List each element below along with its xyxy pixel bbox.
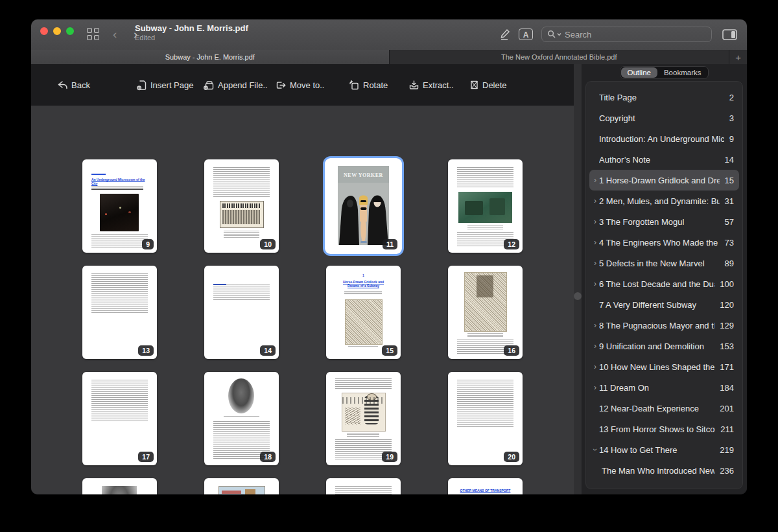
tab-bar: Subway - John E. Morris.pdf The New Oxfo… — [31, 50, 747, 64]
chevron-right-icon[interactable]: › — [592, 383, 598, 392]
page-thumbnail-12[interactable]: 12 — [448, 159, 523, 253]
new-tab-button[interactable]: + — [729, 50, 747, 64]
outline-item[interactable]: › 10 How New Lines Shaped the City 171 — [589, 356, 739, 377]
delete-button[interactable]: Delete — [469, 64, 507, 106]
outline-item[interactable]: › 8 The Pugnacious Mayor and the... 129 — [589, 315, 739, 336]
chevron-right-icon[interactable]: › — [592, 196, 598, 205]
thumb-bold-lines — [344, 292, 382, 295]
chevron-down-icon[interactable]: › — [591, 446, 600, 453]
page-badge: 15 — [382, 345, 397, 356]
divider-drag-handle[interactable] — [574, 292, 582, 300]
text-recognition-icon[interactable]: A — [519, 29, 533, 40]
move-to-icon — [276, 80, 287, 90]
outline-item-clipped[interactable]: 15 Literature Goes Underground 252 — [589, 481, 739, 489]
tab-subway-pdf[interactable]: Subway - John E. Morris.pdf — [31, 50, 389, 64]
tab-outline[interactable]: Outline — [621, 67, 657, 78]
minimize-button[interactable] — [53, 27, 61, 35]
chevron-right-icon[interactable]: › — [592, 279, 598, 288]
chevron-right-icon[interactable]: › — [592, 238, 598, 247]
outline-item[interactable]: › 14 How to Get There 219 — [589, 439, 739, 460]
annotate-pencil-icon[interactable] — [497, 28, 511, 43]
panel-divider[interactable] — [574, 64, 582, 494]
page-thumbnail-10[interactable]: 10 — [204, 159, 279, 253]
outline-item[interactable]: Introduction: An Underground Mic... 9 — [589, 128, 739, 149]
page-thumbnail-14[interactable]: 14 — [204, 266, 279, 359]
page-edit-toolbar: Back Insert Page Append File.. — [31, 64, 574, 106]
extract-button[interactable]: Extract.. — [408, 64, 454, 106]
outline-sidebar: Outline Bookmarks Title Page 2 Copyright… — [582, 64, 747, 494]
sidebar-toggle-icon[interactable] — [722, 29, 737, 43]
outline-item[interactable]: › 3 The Forgotten Mogul 57 — [589, 211, 739, 232]
insert-page-label: Insert Page — [150, 80, 194, 90]
thumb-photo-underwater — [458, 192, 512, 223]
tab-bookmarks[interactable]: Bookmarks — [657, 67, 708, 78]
page-thumbnail-15[interactable]: 1 Horse-Drawn Gridlock and Dreams of a S… — [326, 266, 401, 359]
outline-item[interactable]: › 11 Dream On 184 — [589, 377, 739, 398]
page-thumbnail-16[interactable]: 16 — [448, 266, 523, 359]
pdf-app-window: ‹ › Subway - John E. Morris.pdf Edited A… — [31, 19, 747, 494]
outline-item[interactable]: 13 From Horror Shows to Sitcoms 211 — [589, 419, 739, 439]
document-title-block: Subway - John E. Morris.pdf Edited — [135, 23, 248, 43]
thumb-caption — [467, 333, 503, 337]
thumb-caption — [224, 416, 259, 418]
outline-item[interactable]: › 6 The Lost Decade and the Dual... 100 — [589, 273, 739, 294]
chevron-right-icon[interactable]: › — [592, 321, 598, 330]
outline-item[interactable]: Copyright 3 — [589, 108, 739, 128]
outline-item[interactable]: Title Page 2 — [589, 87, 739, 108]
page-thumbnail-19[interactable]: 19 — [326, 372, 401, 465]
insert-page-button[interactable]: Insert Page — [137, 64, 194, 106]
chevron-right-icon[interactable]: › — [592, 217, 598, 226]
thumb-masthead: NEW YORKER — [338, 172, 389, 178]
append-file-button[interactable]: Append File.. — [204, 64, 268, 106]
tab-bible-pdf[interactable]: The New Oxford Annotated Bible.pdf — [389, 50, 729, 64]
page-thumbnail-21[interactable]: 21 — [82, 478, 157, 494]
page-thumbnail-13[interactable]: 13 — [82, 266, 157, 359]
outline-item-selected[interactable]: › 1 Horse-Drawn Gridlock and Drea... 15 — [589, 170, 739, 191]
thumb-heading: Horse-Drawn Gridlock and Dreams of a Sub… — [338, 280, 389, 288]
chevron-right-icon[interactable]: › — [592, 176, 598, 185]
thumb-cartoon — [342, 393, 386, 432]
page-thumbnail-22[interactable]: 22 — [204, 478, 279, 494]
delete-icon — [469, 80, 479, 90]
page-thumbnail-18[interactable]: 18 — [204, 372, 279, 465]
outline-item[interactable]: › 2 Men, Mules, and Dynamite: Buil... 31 — [589, 191, 739, 211]
outline-item-child[interactable]: The Man Who Introduced New... 236 — [589, 460, 739, 481]
thumb-text — [335, 378, 392, 390]
document-title: Subway - John E. Morris.pdf — [135, 23, 248, 34]
page-thumbnail-23[interactable]: 23 — [326, 478, 401, 494]
thumb-chapter-number: 1 — [326, 273, 401, 277]
page-thumbnail-9[interactable]: An Underground Microcosm of the City 9 — [82, 159, 157, 253]
outline-item[interactable]: Author’s Note 14 — [589, 149, 739, 170]
thumb-magazine-cover: NEW YORKER — [338, 166, 389, 245]
thumb-engraving — [464, 272, 507, 332]
page-badge: 13 — [138, 345, 154, 356]
chevron-right-icon[interactable]: › — [592, 362, 598, 371]
chevron-right-icon[interactable]: › — [592, 259, 598, 268]
outline-item[interactable]: › 5 Defects in the New Marvel 89 — [589, 253, 739, 273]
search-input[interactable]: Search — [541, 27, 712, 42]
zoom-button[interactable] — [66, 27, 74, 35]
page-thumbnail-24[interactable]: OTHER MEANS OF TRANSPORT 24 — [448, 478, 523, 494]
thumbnails-view-icon[interactable] — [87, 28, 100, 41]
back-button[interactable]: Back — [57, 64, 90, 106]
outline-item[interactable]: › 4 The Engineers Who Made the S... 73 — [589, 232, 739, 253]
back-nav-icon[interactable]: ‹ — [113, 26, 117, 43]
outline-item[interactable]: › 9 Unification and Demolition 153 — [589, 336, 739, 356]
page-thumbnail-11-selected[interactable]: NEW YORKER 11 — [326, 159, 401, 253]
rotate-icon — [349, 80, 360, 91]
rotate-button[interactable]: Rotate — [349, 64, 388, 106]
chevron-right-icon[interactable]: › — [592, 341, 598, 351]
outline-item[interactable]: 12 Near-Death Experience 201 — [589, 398, 739, 419]
insert-page-icon — [137, 80, 147, 91]
close-button[interactable] — [40, 27, 48, 35]
rotate-label: Rotate — [363, 80, 388, 90]
thumbnail-grid-area: Back Insert Page Append File.. — [31, 64, 574, 494]
extract-label: Extract.. — [423, 80, 454, 90]
thumb-text — [457, 380, 513, 428]
thumb-portrait-oval — [228, 378, 254, 413]
page-thumbnail-17[interactable]: 17 — [82, 372, 157, 465]
page-badge: 16 — [504, 345, 519, 356]
move-to-button[interactable]: Move to.. — [276, 64, 324, 106]
page-thumbnail-20[interactable]: 20 — [448, 372, 523, 465]
outline-item[interactable]: 7 A Very Different Subway 120 — [589, 294, 739, 315]
